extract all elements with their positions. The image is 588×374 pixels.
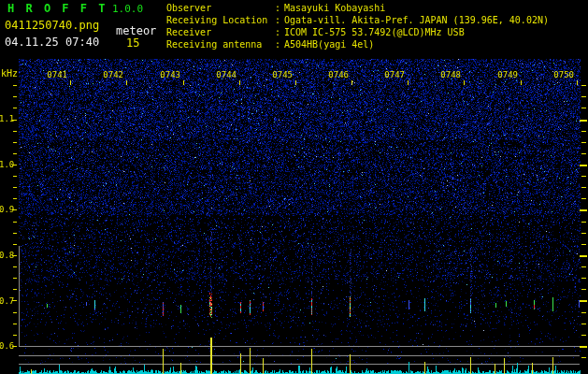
y-tick-label: 0.7 [0, 297, 12, 306]
location-value: Ogata-vill. Akita-Pref. JAPAN (139.96E, … [284, 15, 549, 25]
location-row: Receiving Location:Ogata-vill. Akita-Pre… [166, 15, 549, 25]
app-version: 1.0.0 [112, 3, 143, 15]
filename: 0411250740.png [5, 19, 99, 32]
x-tick-label: 0743 [155, 71, 180, 79]
antenna-row: Receiving antenna:A504HB(yagi 4el) [166, 39, 374, 50]
y-tick-label: 0.9 [0, 206, 12, 214]
receiver-value: ICOM IC-575 53.7492(@LCD)MHz USB [284, 27, 465, 37]
separator: : [275, 15, 284, 25]
antenna-value: A504HB(yagi 4el) [284, 39, 374, 50]
app-title: H R O F F T [7, 2, 108, 15]
mode-label: meteor [116, 24, 156, 37]
antenna-label: Receiving antenna [166, 39, 275, 50]
y-tick-label: 1.1 [0, 115, 12, 123]
y-tick-label: 1.0 [0, 161, 12, 169]
receiver-label: Receiver [166, 27, 275, 37]
spectrogram-canvas [0, 0, 588, 374]
x-tick-label: 0746 [323, 71, 349, 79]
x-tick-label: 0744 [211, 71, 237, 79]
location-label: Receiving Location [166, 15, 275, 25]
x-tick-label: 0747 [380, 71, 405, 79]
x-tick-label: 0741 [42, 71, 67, 79]
x-tick-label: 0742 [98, 71, 123, 79]
y-tick-label: 0.6 [0, 342, 12, 351]
x-tick-label: 0749 [493, 71, 518, 79]
meteor-count: 15 [126, 36, 139, 50]
observer-row: Observer:Masayuki Kobayashi [166, 3, 385, 13]
y-tick-label: 0.8 [0, 252, 12, 260]
x-tick-label: 0748 [436, 71, 461, 79]
receiver-row: Receiver:ICOM IC-575 53.7492(@LCD)MHz US… [166, 27, 465, 37]
x-tick-label: 0745 [267, 71, 293, 79]
y-axis-unit: kHz [1, 68, 18, 79]
x-tick-label: 0750 [549, 71, 574, 79]
observer-label: Observer [166, 3, 275, 13]
separator: : [275, 3, 284, 13]
hrofft-screenshot: H R O F F T 1.0.0 0411250740.png meteor … [0, 0, 588, 374]
separator: : [275, 27, 284, 37]
observer-value: Masayuki Kobayashi [284, 3, 385, 13]
datetime: 04.11.25 07:40 [5, 36, 99, 49]
separator: : [275, 39, 284, 50]
